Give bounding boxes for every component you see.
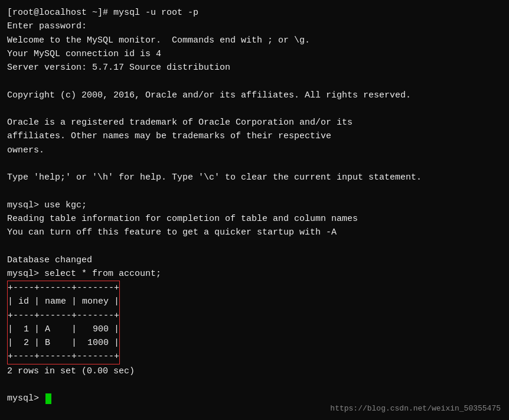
line-13: Type 'help;' or '\h' for help. Type '\c'… (7, 171, 502, 184)
line-16: Reading table information for completion… (7, 212, 502, 226)
line-17: You can turn off this feature to get a q… (7, 226, 502, 239)
line-10: affiliates. Other names may be trademark… (7, 129, 502, 143)
terminal: [root@localhost ~]# mysql -u root -p Ent… (0, 0, 509, 420)
line-6 (7, 74, 502, 88)
line-15: mysql> use kgc; (7, 198, 502, 212)
mysql-table: +----+------+-------+ | id | name | mone… (7, 281, 120, 364)
line-20: mysql> select * from account; (7, 267, 502, 281)
cursor-block (45, 393, 51, 404)
line-12 (7, 157, 502, 171)
line-2: Enter password: (7, 19, 502, 33)
empty-after-rows (7, 378, 502, 392)
line-9: Oracle is a registered trademark of Orac… (7, 116, 502, 129)
line-7: Copyright (c) 2000, 2016, Oracle and/or … (7, 89, 502, 102)
line-19: Database changed (7, 253, 502, 267)
line-1: [root@localhost ~]# mysql -u root -p (7, 6, 502, 19)
final-prompt-line: mysql> (7, 392, 502, 405)
table-row-2: | 2 | B | 1000 | (8, 336, 119, 350)
table-border-top: +----+------+-------+ (8, 281, 119, 295)
table-row-1: | 1 | A | 900 | (8, 323, 119, 336)
line-14 (7, 184, 502, 198)
table-header: | id | name | money | (8, 295, 119, 308)
line-18 (7, 239, 502, 253)
line-11: owners. (7, 144, 502, 157)
line-8 (7, 102, 502, 116)
line-5: Server version: 5.7.17 Source distributi… (7, 61, 502, 74)
watermark: https://blog.csdn.net/weixin_50355475 (330, 404, 501, 413)
rows-count-line: 2 rows in set (0.00 sec) (7, 364, 502, 378)
line-3: Welcome to the MySQL monitor. Commands e… (7, 34, 502, 47)
table-border-mid: +----+------+-------+ (8, 309, 119, 323)
final-prompt-text: mysql> (7, 392, 44, 405)
table-border-bot: +----+------+-------+ (8, 350, 119, 363)
line-4: Your MySQL connection id is 4 (7, 47, 502, 61)
